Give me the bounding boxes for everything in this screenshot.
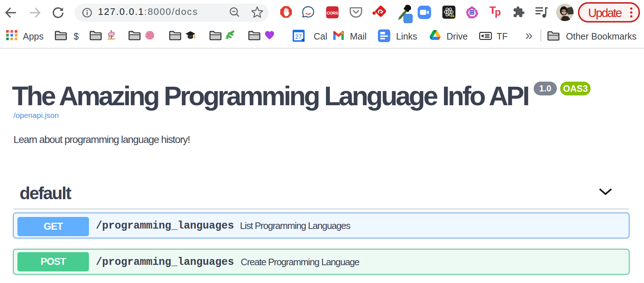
svg-text:CORS: CORS (327, 11, 338, 15)
svg-text:27: 27 (295, 34, 302, 40)
